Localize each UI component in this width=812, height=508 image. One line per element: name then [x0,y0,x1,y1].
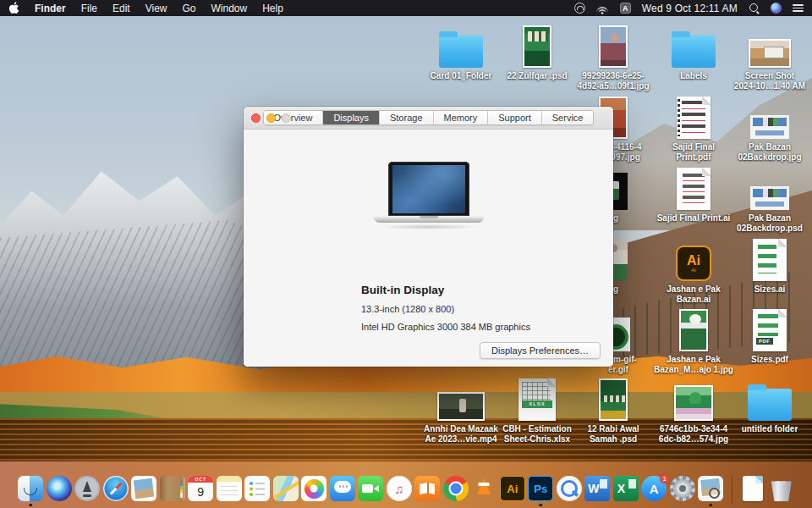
menu-view[interactable]: View [145,3,167,14]
desktop-icon[interactable]: AiAiJashan e Pak Bazan.ai [658,237,729,305]
desktop-icon[interactable]: Sajid Final Print.ai [658,166,729,224]
menu-help[interactable]: Help [262,3,283,14]
macbook-illustration [374,162,484,229]
menu-file[interactable]: File [81,3,97,14]
dock-item-facetime[interactable] [358,476,383,506]
tab-support[interactable]: Support [487,111,541,124]
contacts-icon [160,476,185,501]
tab-displays[interactable]: Displays [322,111,379,124]
menu-edit[interactable]: Edit [112,3,130,14]
desktop-icon-label: Annhi Dea Mazaak Ae 2023…vie.mp4 [417,424,505,444]
video-icon [437,392,485,421]
desktop-icon[interactable]: Labels [658,24,729,81]
desktop-icon[interactable]: Sajid Final Print.pdf [658,95,729,163]
running-indicator [30,504,33,507]
notification-center-icon[interactable] [793,3,804,13]
trash-icon [769,476,794,501]
dock-item-word[interactable]: W [584,476,610,506]
dock-item-finder[interactable] [18,476,43,506]
menu-bar-clock[interactable]: Wed 9 Oct 12:11 AM [642,3,738,14]
minimize-button[interactable] [266,113,276,123]
desktop-icon-label: Sizes.pdf [726,355,812,365]
menu-finder[interactable]: Finder [35,3,66,14]
dock-item-siri[interactable] [47,476,72,506]
screenshot-icon [749,39,791,68]
zoom-button[interactable] [282,113,291,123]
desktop-icon[interactable]: XLSXCBH - Estimation Sheet-Chris.xlsx [502,377,573,444]
desktop-icon-label: Jashan e Pak Bazan_M…ajo 1.jpg [650,355,738,375]
poster-green3-icon [599,378,628,421]
menu-window[interactable]: Window [211,3,248,14]
facetime-icon [358,476,383,501]
tab-service[interactable]: Service [541,111,594,124]
window-titlebar[interactable]: OverviewDisplaysStorageMemorySupportServ… [244,107,613,130]
dock-item-system-preferences[interactable] [670,476,695,506]
dock-item-calendar[interactable]: OCT9 [188,476,213,506]
dock-item-documents[interactable] [740,476,765,506]
spotlight-search-icon[interactable] [749,3,760,14]
illustrator-icon: Ai [500,476,525,501]
photoshop-icon: Ps [528,476,553,501]
desktop-icon[interactable]: 12 Rabi Awal Samah .psd [578,377,649,444]
graphics-info: Intel HD Graphics 3000 384 MB graphics [361,322,530,332]
dock-item-excel[interactable]: X [613,476,639,506]
desktop-icon[interactable]: Annhi Dea Mazaak Ae 2023…vie.mp4 [425,377,497,444]
tab-storage[interactable]: Storage [379,111,433,124]
pdf-sheet-icon: PDF [753,309,787,351]
dock-item-illustrator[interactable]: Ai [500,476,525,506]
dock-item-photoshop[interactable]: Ps [528,476,553,506]
menu-go[interactable]: Go [183,3,196,14]
messages-icon [330,476,355,501]
desktop-icon[interactable]: Pak Bazan 02Backdrop.jpg [734,95,805,163]
appstore-badge: 1 [660,474,669,483]
creative-cloud-icon[interactable] [574,3,585,14]
siri-icon[interactable] [771,3,782,14]
about-this-mac-window: OverviewDisplaysStorageMemorySupportServ… [244,107,613,367]
desktop-icon[interactable]: PDFSizes.pdf [734,307,805,365]
desktop-icon[interactable]: Screen Shot 2024-10…1.40 AM [734,24,805,91]
dock-item-messages[interactable] [330,476,355,506]
dock-item-ibooks[interactable] [414,476,440,506]
notes-icon [217,476,242,501]
dock-item-appstore[interactable]: A1 [641,476,667,506]
dock-item-reminders[interactable] [244,476,270,506]
desktop-icon-label: untitled folder [726,424,812,434]
desktop-icon[interactable]: Pak Bazan 02Backdrop.psd [734,166,805,234]
dock-item-launchpad[interactable] [74,476,100,506]
desktop-icon[interactable]: 6746c1bb-3e34-4 6dc-b82…574.jpg [658,377,729,444]
apple-menu-icon[interactable] [8,2,19,14]
close-button[interactable] [251,113,261,123]
dock-item-mail[interactable] [131,476,156,506]
dock-item-quicktime[interactable] [557,476,582,506]
desktop-icon[interactable]: 99299236-6e25- 4d92-a5…09f1.jpg [578,24,649,91]
system-preferences-icon [670,476,695,501]
window-content: Built-in Display 13.3-inch (1280 x 800) … [244,130,613,367]
dock-item-vlc[interactable] [471,476,497,506]
photos-icon [301,476,326,501]
finder-icon [18,476,43,501]
dock-item-maps[interactable] [273,476,299,506]
safari-icon [103,476,129,501]
dock-item-contacts[interactable] [160,476,185,506]
desktop-icon-label: Screen Shot 2024-10…1.40 AM [726,71,812,91]
dock-item-notes[interactable] [217,476,242,506]
dock-divider [732,477,732,505]
dock-item-safari[interactable] [103,476,129,506]
input-source-icon[interactable]: A [620,3,631,14]
tab-memory[interactable]: Memory [433,111,488,124]
desktop-icon[interactable]: Card 01_Folder [425,24,497,81]
desktop-icon[interactable]: Sizes.ai [734,237,805,295]
dock-item-trash[interactable] [769,476,794,506]
displays-preferences-button[interactable]: Displays Preferences… [480,342,601,359]
calendar-icon: OCT9 [188,476,213,501]
dock-item-itunes[interactable] [387,476,412,506]
desktop-icon[interactable]: Jashan e Pak Bazan_M…ajo 1.jpg [658,307,729,375]
desktop-icon[interactable]: 22 Zulfqar .psd [502,24,573,81]
dock-item-chrome[interactable] [443,476,469,506]
wifi-icon[interactable] [596,3,609,13]
dock-item-preview[interactable] [698,476,723,506]
dock-item-photos[interactable] [301,476,326,506]
desktop-icon-label: Sajid Final Print.ai [650,213,738,224]
desktop-icon-label: 12 Rabi Awal Samah .psd [569,424,657,444]
desktop-icon[interactable]: untitled folder [734,377,805,434]
